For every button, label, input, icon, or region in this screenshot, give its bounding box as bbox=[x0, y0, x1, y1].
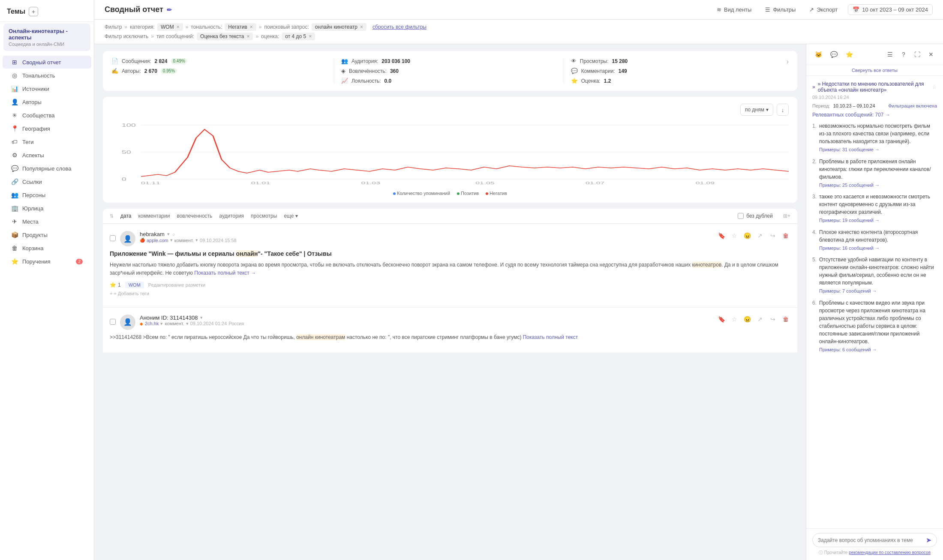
sidebar-item-summary[interactable]: ⊞ Сводный отчет bbox=[3, 56, 91, 69]
filter-tag-close[interactable]: × bbox=[177, 24, 180, 30]
star-empty-icon[interactable]: ☆ bbox=[932, 84, 937, 90]
filter-tag-close[interactable]: × bbox=[309, 33, 312, 39]
star-icon-rp[interactable]: ⭐ bbox=[843, 48, 855, 60]
svg-text:01.03: 01.03 bbox=[361, 181, 381, 185]
sidebar-item-tasks[interactable]: ⭐ Поручения 2 bbox=[3, 255, 91, 268]
ai-item-5-link[interactable]: Примеры: 7 сообщений → bbox=[819, 287, 937, 295]
ai-relevant-link[interactable]: Релевантных сообщений: 707 → bbox=[812, 112, 937, 118]
post-1-checkbox[interactable] bbox=[110, 235, 116, 241]
delete-icon[interactable]: 🗑 bbox=[781, 231, 790, 240]
show-more-btn-1[interactable]: Показать полный текст → bbox=[194, 270, 256, 276]
list-icon[interactable]: ☰ bbox=[884, 48, 896, 60]
ai-item-1-link[interactable]: Примеры: 31 сообщение → bbox=[819, 146, 937, 153]
sidebar-item-communities[interactable]: ✳ Сообщества bbox=[3, 109, 91, 122]
chart-period-button[interactable]: по дням ▾ bbox=[740, 104, 773, 116]
col-engagement[interactable]: вовлеченность bbox=[177, 213, 212, 219]
ai-question-input[interactable] bbox=[818, 537, 923, 543]
emotion-negative-icon-2[interactable]: 😠 bbox=[742, 314, 752, 324]
expand-icon[interactable]: ⛶ bbox=[911, 48, 923, 60]
col-date[interactable]: дата bbox=[120, 213, 131, 219]
sidebar-item-geo[interactable]: 📍 География bbox=[3, 122, 91, 135]
filter-tag-wom[interactable]: WOM × bbox=[157, 23, 183, 31]
svg-text:0: 0 bbox=[122, 177, 126, 182]
author-dropdown-icon2[interactable]: ▾ bbox=[200, 315, 203, 320]
sidebar-active-section[interactable]: Онлайн-кинотеатры - аспекты Соцмедиа и о… bbox=[3, 24, 90, 51]
source-dropdown-2[interactable]: ▾ bbox=[160, 321, 163, 326]
close-icon[interactable]: ✕ bbox=[925, 48, 937, 60]
chart-download-button[interactable]: ↓ bbox=[777, 104, 789, 116]
col-comments[interactable]: комментарии bbox=[138, 213, 170, 219]
col-audience[interactable]: аудитория bbox=[219, 213, 244, 219]
sidebar-item-aspects[interactable]: ⚙ Аспекты bbox=[3, 149, 91, 162]
sidebar-item-sources[interactable]: 📊 Источники bbox=[3, 82, 91, 95]
sidebar-item-basket[interactable]: 🗑 Корзина bbox=[3, 242, 91, 255]
sidebar-item-links[interactable]: 🔗 Ссылки bbox=[3, 175, 91, 188]
type-dropdown-2[interactable]: ▾ bbox=[186, 321, 189, 326]
legend-positive: Позитив bbox=[457, 191, 479, 196]
sidebar-item-popular-words[interactable]: 💬 Популярные слова bbox=[3, 162, 91, 175]
sidebar-item-legal[interactable]: 🏢 Юрлица bbox=[3, 202, 91, 215]
post-2-source-name[interactable]: 2ch.hk bbox=[145, 321, 159, 326]
bookmark2-icon[interactable]: ☆ bbox=[730, 231, 739, 240]
feed-view-button[interactable]: ≋ Вид ленты bbox=[713, 5, 755, 15]
forward-icon-2[interactable]: ↪ bbox=[768, 314, 778, 324]
add-tag-button[interactable]: + + Добавить теги bbox=[110, 291, 790, 296]
sort-icon[interactable]: ⇅ bbox=[110, 213, 114, 219]
ai-item-6-link[interactable]: Примеры: 6 сообщений → bbox=[819, 346, 937, 353]
sidebar-item-products[interactable]: 📦 Продукты bbox=[3, 228, 91, 241]
sidebar-item-authors[interactable]: 👤 Авторы bbox=[3, 96, 91, 108]
share-icon[interactable]: ↗ bbox=[755, 231, 765, 240]
chevron-down-icon: ▾ bbox=[766, 107, 769, 113]
delete-icon-2[interactable]: 🗑 bbox=[781, 314, 790, 324]
col-views[interactable]: просмотры bbox=[251, 213, 277, 219]
sidebar-item-persons[interactable]: 👥 Персоны bbox=[3, 189, 91, 201]
filters-button[interactable]: ☰ Фильтры bbox=[762, 5, 799, 15]
main-area: Сводный отчет ✏ ≋ Вид ленты ☰ Фильтры ↗ … bbox=[94, 0, 943, 560]
forward-icon[interactable]: ↪ bbox=[768, 231, 778, 240]
ai-hint-link[interactable]: рекомендации по составлению вопросов bbox=[849, 550, 931, 555]
edit-icon[interactable]: ✏ bbox=[167, 6, 172, 13]
bookmark-icon-2[interactable]: 🔖 bbox=[717, 314, 726, 324]
ai-send-button[interactable]: ➤ bbox=[926, 536, 931, 544]
source-dropdown[interactable]: ▾ bbox=[170, 237, 173, 243]
author-dropdown-icon[interactable]: ▾ bbox=[167, 231, 170, 237]
filter-tag-rating[interactable]: от 4 до 5 × bbox=[282, 33, 315, 40]
export-button[interactable]: ↗ Экспорт bbox=[806, 5, 841, 15]
ai-query-text[interactable]: » » Недостатки по мнению пользователей д… bbox=[812, 81, 937, 93]
ai-item-2-link[interactable]: Примеры: 25 сообщений → bbox=[819, 182, 937, 189]
bookmark-icon[interactable]: 🔖 bbox=[717, 231, 726, 240]
collapse-all-button[interactable]: Свернуть все ответы bbox=[806, 65, 943, 76]
filter-tag-no-text[interactable]: Оценка без текста × bbox=[197, 33, 253, 40]
filter-tag-negative[interactable]: Негатив × bbox=[225, 23, 256, 31]
filter-tag-close[interactable]: × bbox=[246, 33, 249, 39]
post-card-2: 👤 Аноним ID: 311414308 ▾ ◆ 2ch.hk ▾ комм… bbox=[103, 307, 797, 348]
clear-filters-button[interactable]: сбросить все фильтры bbox=[372, 24, 426, 30]
post-2-checkbox[interactable] bbox=[110, 319, 116, 325]
type-dropdown[interactable]: ▾ bbox=[195, 237, 198, 243]
no-dupes-checkbox[interactable] bbox=[738, 213, 744, 219]
post-1-source-name[interactable]: apple.com bbox=[147, 238, 168, 243]
sidebar-item-tone[interactable]: ◎ Тональность bbox=[3, 69, 91, 82]
filter-tag-close[interactable]: × bbox=[250, 24, 253, 30]
legend-mentions: Количество упоминаний bbox=[393, 191, 450, 196]
table-filter-icon[interactable]: ⊞+ bbox=[783, 213, 790, 219]
post-1-tag[interactable]: WOM bbox=[125, 281, 144, 288]
date-range[interactable]: 📅 10 окт 2023 – 09 окт 2024 bbox=[848, 4, 933, 15]
ai-cat-icon[interactable]: 🐱 bbox=[812, 48, 824, 60]
filter-tag-query[interactable]: онлайн кинотеатр × bbox=[312, 23, 366, 31]
post-1-tag-edit[interactable]: Редактирование разметки bbox=[148, 282, 205, 287]
ai-item-4-link[interactable]: Примеры: 16 сообщений → bbox=[819, 245, 937, 252]
show-more-btn-2[interactable]: Показать полный текст bbox=[523, 334, 578, 340]
col-more[interactable]: еще ▾ bbox=[284, 213, 297, 219]
sidebar-item-places[interactable]: ✈ Места bbox=[3, 215, 91, 228]
emotion-negative-icon[interactable]: 😠 bbox=[742, 231, 752, 240]
ai-item-3-link[interactable]: Примеры: 19 сообщений → bbox=[819, 217, 937, 224]
help-icon[interactable]: ? bbox=[898, 48, 910, 60]
share-icon-2[interactable]: ↗ bbox=[755, 314, 765, 324]
sidebar-item-tags[interactable]: 🏷 Теги bbox=[3, 135, 91, 148]
bookmark3-icon[interactable]: ☆ bbox=[730, 314, 739, 324]
sidebar-add-button[interactable]: + bbox=[29, 7, 38, 16]
filter-tag-close[interactable]: × bbox=[360, 24, 363, 30]
expand-stats-button[interactable]: › bbox=[787, 58, 789, 66]
chat-icon[interactable]: 💬 bbox=[828, 48, 840, 60]
